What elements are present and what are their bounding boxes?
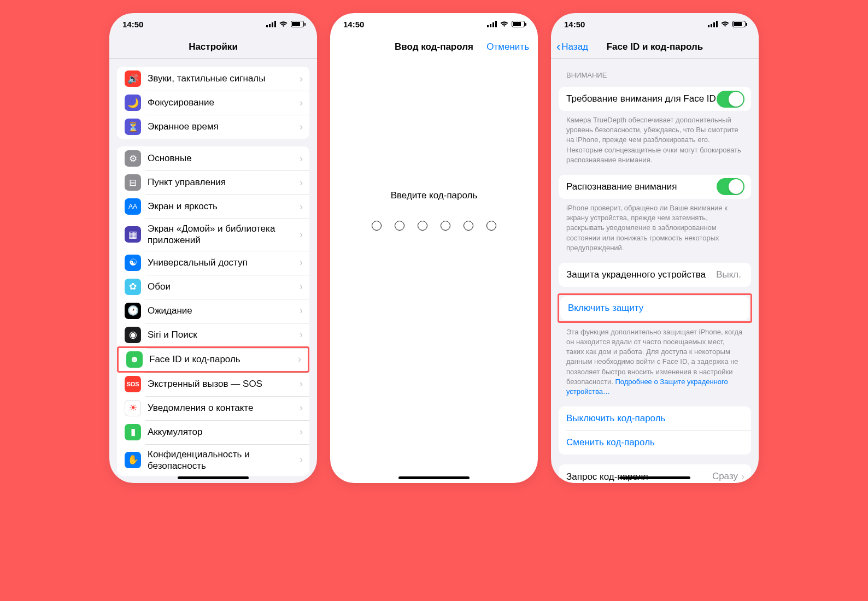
chevron-icon: › <box>300 281 303 292</box>
svg-rect-5 <box>490 24 491 27</box>
row-stolen-protection[interactable]: Защита украденного устройства Выкл. <box>559 263 751 287</box>
row-battery[interactable]: ▮ Аккумулятор › <box>117 420 309 444</box>
row-exposure[interactable]: ☀ Уведомления о контакте › <box>117 396 309 420</box>
home-indicator[interactable] <box>178 476 249 479</box>
hourglass-icon: ⏳ <box>125 119 141 135</box>
row-siri[interactable]: ◉ Siri и Поиск › <box>117 323 309 347</box>
svg-rect-8 <box>708 25 709 27</box>
svg-rect-0 <box>266 25 268 27</box>
chevron-icon: › <box>300 257 303 268</box>
accessibility-icon: ☯ <box>125 255 141 271</box>
toggle-aware[interactable] <box>717 178 744 195</box>
row-accessibility[interactable]: ☯ Универсальный доступ › <box>117 251 309 275</box>
sos-icon: SOS <box>125 376 141 392</box>
grid-icon: ▦ <box>125 226 141 243</box>
phone-passcode: 14:50 Ввод код-пароля Отменить Введите к… <box>330 13 538 483</box>
moon-icon: 🌙 <box>125 95 141 111</box>
row-require-passcode[interactable]: Запрос код-пароля Сразу › <box>559 464 751 483</box>
footer-stolen: Эта функция дополнительно защищает iPhon… <box>566 327 743 397</box>
row-focus[interactable]: 🌙 Фокусирование › <box>117 91 309 115</box>
chevron-icon: › <box>300 73 303 85</box>
status-icons <box>487 21 525 27</box>
row-detail: Сразу <box>712 471 738 482</box>
siri-icon: ◉ <box>125 327 141 343</box>
row-change-passcode[interactable]: Сменить код-пароль <box>559 431 751 455</box>
svg-rect-10 <box>713 22 715 27</box>
battery-icon <box>732 21 746 27</box>
svg-rect-4 <box>487 25 489 27</box>
row-enable-protection[interactable]: Включить защиту <box>560 296 749 320</box>
toggle-attention[interactable] <box>717 91 744 108</box>
status-bar: 14:50 <box>109 13 317 35</box>
passcode-dot <box>464 221 473 231</box>
back-button[interactable]: ‹ Назад <box>556 41 588 53</box>
row-require-attention[interactable]: Требование внимания для Face ID <box>559 87 751 111</box>
row-privacy[interactable]: ✋ Конфиденциальность и безопасность › <box>117 444 309 476</box>
footer-aware: iPhone проверит, обращено ли Ваше вниман… <box>566 203 743 253</box>
svg-rect-11 <box>716 21 718 27</box>
home-indicator[interactable] <box>398 476 470 479</box>
row-standby[interactable]: 🕐 Ожидание › <box>117 299 309 323</box>
nav-bar-passcode: Ввод код-пароля Отменить <box>330 35 538 59</box>
row-homescreen[interactable]: ▦ Экран «Домой» и библиотека приложений … <box>117 219 309 251</box>
row-label: Основные <box>148 152 300 164</box>
group-stolen-status: Защита украденного устройства Выкл. <box>559 263 751 287</box>
chevron-icon: › <box>300 201 303 213</box>
signal-icon <box>708 21 718 27</box>
faceid-icon: ☻ <box>126 351 143 368</box>
status-time: 14:50 <box>564 20 585 29</box>
row-detail: Выкл. <box>716 269 741 280</box>
passcode-dot <box>418 221 427 231</box>
passcode-prompt: Введите код-пароль <box>330 190 538 201</box>
row-disable-passcode[interactable]: Выключить код-пароль <box>559 406 751 431</box>
battery-icon <box>291 21 304 27</box>
passcode-dot <box>395 221 404 231</box>
row-label: Пункт управления <box>148 176 300 188</box>
highlight-enable-protection: Включить защиту <box>558 293 752 323</box>
row-label: Экран и яркость <box>148 201 300 212</box>
row-sos[interactable]: SOS Экстренный вызов — SOS › <box>117 372 309 396</box>
phone-faceid-settings: 14:50 ‹ Назад Face ID и код-пароль ВНИМА… <box>551 13 759 483</box>
home-indicator[interactable] <box>619 476 690 479</box>
row-label: Звуки, тактильные сигналы <box>148 73 300 84</box>
row-faceid[interactable]: ☻ Face ID и код-пароль › <box>117 346 309 373</box>
faceid-content[interactable]: ВНИМАНИЕ Требование внимания для Face ID… <box>551 59 759 483</box>
row-label: Обои <box>148 281 300 292</box>
chevron-icon: › <box>300 97 303 109</box>
row-label: Экран «Домой» и библиотека приложений <box>148 223 300 246</box>
row-general[interactable]: ⚙ Основные › <box>117 146 309 170</box>
switches-icon: ⊟ <box>125 174 141 191</box>
row-screentime[interactable]: ⏳ Экранное время › <box>117 115 309 139</box>
row-label: Экранное время <box>148 121 300 132</box>
row-label: Требование внимания для Face ID <box>566 93 717 104</box>
cancel-button[interactable]: Отменить <box>486 42 529 52</box>
chevron-icon: › <box>300 229 303 240</box>
settings-content[interactable]: 🔊 Звуки, тактильные сигналы › 🌙 Фокусиро… <box>109 59 317 483</box>
page-title: Ввод код-пароля <box>395 42 473 52</box>
svg-rect-2 <box>272 22 273 27</box>
row-label: Конфиденциальность и безопасность <box>148 449 300 472</box>
row-display[interactable]: AA Экран и яркость › <box>117 195 309 219</box>
brightness-icon: AA <box>125 198 141 215</box>
row-aware[interactable]: Распознавание внимания <box>559 175 751 199</box>
group-aware: Распознавание внимания <box>559 175 751 199</box>
chevron-icon: › <box>300 329 303 340</box>
passcode-dots <box>330 221 538 231</box>
signal-icon <box>487 21 497 27</box>
group-attention: Требование внимания для Face ID <box>559 87 751 111</box>
passcode-dot <box>441 221 450 231</box>
row-sounds[interactable]: 🔊 Звуки, тактильные сигналы › <box>117 67 309 91</box>
phone-settings: 14:50 Настройки 🔊 Звуки, тактильные сигн… <box>109 13 317 483</box>
row-wallpaper[interactable]: ✿ Обои › <box>117 275 309 299</box>
wifi-icon <box>720 21 730 27</box>
link-label: Выключить код-пароль <box>566 413 744 424</box>
row-control-center[interactable]: ⊟ Пункт управления › <box>117 170 309 195</box>
status-time: 14:50 <box>343 20 364 29</box>
chevron-icon: › <box>300 121 303 133</box>
row-label: Защита украденного устройства <box>566 269 716 280</box>
battery-icon <box>512 21 525 27</box>
row-label: Siri и Поиск <box>148 329 300 340</box>
standby-icon: 🕐 <box>125 303 141 319</box>
hand-icon: ✋ <box>125 452 141 468</box>
chevron-icon: › <box>300 305 303 316</box>
